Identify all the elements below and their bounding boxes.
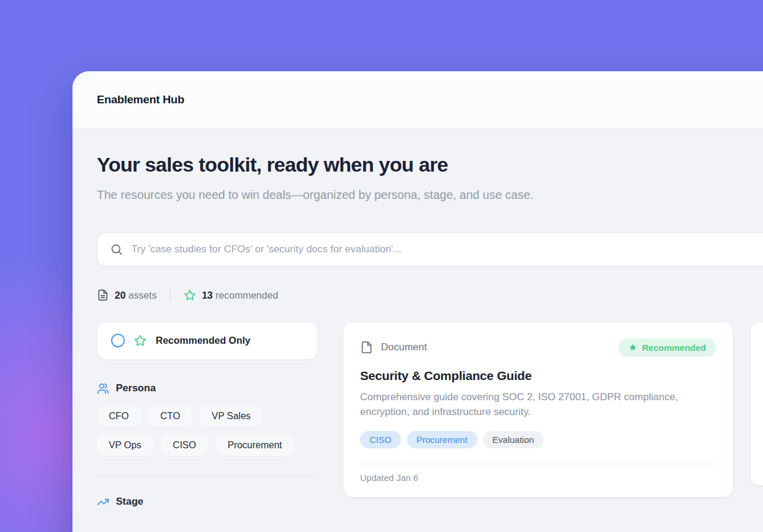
persona-filter-section: Persona CFO CTO VP Sales VP Ops CISO Pro… [97, 382, 318, 456]
card-type: Document [360, 341, 427, 354]
stage-title: Stage [116, 496, 143, 508]
recommended-stat-text: 13 recommended [202, 290, 278, 301]
asset-card-security-compliance-guide[interactable]: Document Recommended Security & Complian… [343, 322, 733, 498]
enablement-hub-panel: Enablement Hub Your sales toolkit, ready… [72, 71, 763, 532]
stats-divider [170, 289, 171, 301]
persona-chip-cto[interactable]: CTO [149, 406, 192, 427]
page-title: Your sales toolkit, ready when you are [97, 153, 763, 177]
star-icon [134, 334, 147, 347]
card-top-row: Document Recommended [360, 338, 716, 357]
persona-chip-vp-ops[interactable]: VP Ops [97, 435, 153, 456]
star-icon [184, 289, 196, 302]
tag-ciso: CISO [360, 431, 401, 448]
card-title: Security & Compliance Guide [360, 369, 716, 383]
panel-header: Enablement Hub [72, 71, 763, 129]
file-text-icon [97, 289, 109, 301]
persona-chips: CFO CTO VP Sales VP Ops CISO Procurement [97, 406, 318, 456]
card-updated-date: Updated Jan 6 [360, 473, 716, 483]
app-title: Enablement Hub [97, 93, 184, 106]
card-description: Comprehensive guide covering SOC 2, ISO … [360, 390, 688, 420]
stage-header: Stage [97, 496, 318, 508]
radio-circle-icon[interactable] [111, 334, 125, 347]
persona-chip-cfo[interactable]: CFO [97, 406, 141, 427]
recommended-badge-label: Recommended [642, 343, 706, 353]
page-subtitle: The resources you need to win deals—orga… [97, 185, 590, 204]
stats-row: 20 assets 13 recommended [97, 289, 763, 302]
search-icon [110, 243, 123, 256]
partial-asset-card[interactable] [750, 322, 763, 486]
assets-stat-text: 20 assets [115, 290, 157, 301]
recommended-stat: 13 recommended [184, 289, 278, 302]
card-tags: CISO Procurement Evaluation [360, 431, 716, 448]
star-icon [629, 343, 637, 352]
persona-header: Persona [97, 382, 318, 395]
sidebar-divider [97, 476, 318, 477]
trending-up-icon [97, 496, 109, 508]
persona-chip-vp-sales[interactable]: VP Sales [200, 406, 263, 427]
filters-sidebar: Recommended Only Persona [97, 322, 318, 508]
card-type-label: Document [381, 341, 427, 353]
search-input[interactable] [131, 243, 763, 255]
card-divider [360, 464, 716, 464]
recommended-only-label: Recommended Only [156, 335, 251, 346]
assets-stat: 20 assets [97, 289, 157, 301]
persona-title: Persona [116, 382, 156, 394]
search-bar[interactable] [97, 233, 763, 267]
recommended-only-toggle[interactable]: Recommended Only [97, 322, 318, 360]
persona-chip-ciso[interactable]: CISO [161, 435, 208, 456]
recommended-badge: Recommended [619, 338, 716, 357]
document-icon [360, 341, 373, 354]
users-icon [97, 382, 109, 395]
main-content: Your sales toolkit, ready when you are T… [72, 129, 763, 508]
tag-evaluation: Evaluation [483, 431, 544, 448]
persona-chip-procurement[interactable]: Procurement [216, 435, 294, 456]
tag-procurement: Procurement [407, 431, 477, 448]
results-grid: Document Recommended Security & Complian… [343, 322, 763, 498]
stage-filter-section: Stage [97, 496, 318, 508]
